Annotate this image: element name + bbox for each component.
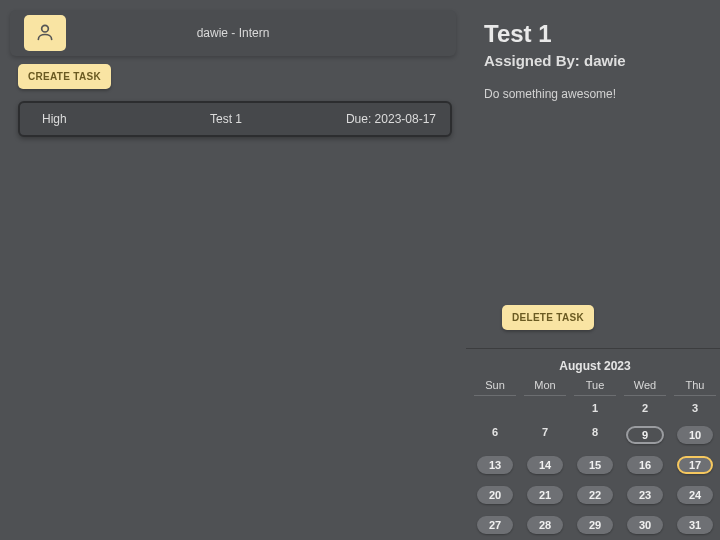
detail-assigned: Assigned By: dawie [484, 52, 702, 69]
task-due: Due: 2023-08-17 [346, 112, 436, 126]
calendar-day[interactable]: 30 [620, 510, 670, 540]
task-title: Test 1 [122, 112, 346, 126]
calendar-day[interactable]: 9 [620, 420, 670, 450]
calendar-title: August 2023 [470, 355, 720, 379]
header-user-role: dawie - Intern [10, 26, 456, 40]
calendar-day[interactable]: 27 [470, 510, 520, 540]
task-row[interactable]: High Test 1 Due: 2023-08-17 [18, 101, 452, 137]
svg-point-0 [42, 25, 49, 32]
task-list: High Test 1 Due: 2023-08-17 [0, 89, 466, 137]
calendar-grid: SunMonTueWedThu1236789101314151617202122… [470, 379, 720, 540]
calendar-day [470, 396, 520, 420]
calendar-weekday: Wed [624, 379, 666, 396]
calendar-weekday: Mon [524, 379, 566, 396]
task-detail: Test 1 Assigned By: dawie Do something a… [466, 0, 720, 348]
right-pane: Test 1 Assigned By: dawie Do something a… [466, 0, 720, 540]
calendar-day[interactable]: 28 [520, 510, 570, 540]
delete-task-button[interactable]: DELETE TASK [502, 305, 594, 330]
calendar: August 2023 SunMonTueWedThu1236789101314… [466, 348, 720, 540]
left-pane: dawie - Intern CREATE TASK High Test 1 D… [0, 0, 466, 540]
calendar-weekday: Thu [674, 379, 716, 396]
calendar-day[interactable]: 16 [620, 450, 670, 480]
calendar-day[interactable]: 1 [570, 396, 620, 420]
task-priority: High [42, 112, 122, 126]
calendar-weekday: Sun [474, 379, 516, 396]
calendar-day[interactable]: 15 [570, 450, 620, 480]
calendar-day[interactable]: 6 [470, 420, 520, 450]
calendar-day[interactable]: 31 [670, 510, 720, 540]
calendar-day[interactable]: 21 [520, 480, 570, 510]
detail-description: Do something awesome! [484, 87, 702, 305]
header-card: dawie - Intern [10, 10, 456, 56]
calendar-day[interactable]: 13 [470, 450, 520, 480]
calendar-day[interactable]: 14 [520, 450, 570, 480]
calendar-day[interactable]: 2 [620, 396, 670, 420]
calendar-day[interactable]: 3 [670, 396, 720, 420]
calendar-day[interactable]: 8 [570, 420, 620, 450]
app-root: dawie - Intern CREATE TASK High Test 1 D… [0, 0, 720, 540]
profile-button[interactable] [24, 15, 66, 51]
calendar-weekday: Tue [574, 379, 616, 396]
calendar-day[interactable]: 7 [520, 420, 570, 450]
calendar-day[interactable]: 29 [570, 510, 620, 540]
create-task-row: CREATE TASK [0, 64, 466, 89]
user-icon [35, 22, 55, 45]
delete-row: DELETE TASK [484, 305, 702, 338]
detail-title: Test 1 [484, 20, 702, 48]
calendar-day[interactable]: 20 [470, 480, 520, 510]
calendar-day[interactable]: 10 [670, 420, 720, 450]
calendar-day[interactable]: 17 [670, 450, 720, 480]
calendar-day[interactable]: 22 [570, 480, 620, 510]
calendar-day[interactable]: 23 [620, 480, 670, 510]
calendar-day[interactable]: 24 [670, 480, 720, 510]
create-task-button[interactable]: CREATE TASK [18, 64, 111, 89]
calendar-day [520, 396, 570, 420]
